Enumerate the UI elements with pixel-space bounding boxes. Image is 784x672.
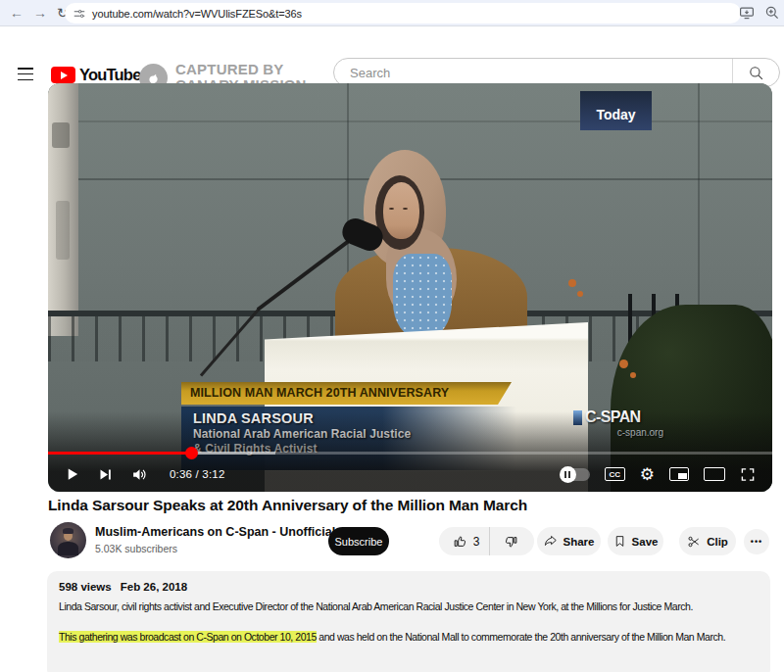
like-dislike-group: 3 (439, 527, 534, 555)
youtube-header: YouTube CAPTURED BY CANARY MISSION (0, 27, 784, 83)
video-player[interactable]: Today MILLION MAN MARCH 20TH ANNIVERSARY… (48, 83, 772, 492)
highlighted-text: This gathering was broadcast on C-Span o… (59, 631, 317, 643)
share-icon (544, 535, 558, 549)
wall-seam (48, 120, 772, 122)
upload-date: Feb 26, 2018 (121, 581, 187, 593)
site-settings-icon[interactable] (74, 8, 85, 20)
speaker-eye (403, 208, 408, 210)
progress-bar[interactable] (48, 452, 772, 456)
volume-icon[interactable] (131, 466, 148, 483)
forward-icon[interactable]: → (33, 6, 47, 20)
dislike-button[interactable] (489, 527, 531, 555)
youtube-logo[interactable]: YouTube (51, 66, 141, 84)
more-icon: ••• (751, 537, 762, 547)
back-icon[interactable]: ← (10, 6, 24, 20)
address-bar[interactable]: youtube.com/watch?v=WVUlisFZESo&t=36s (65, 3, 741, 24)
settings-gear-icon[interactable]: ⚙ (640, 466, 655, 483)
thumbs-up-icon (454, 535, 467, 549)
wall-seam (698, 83, 700, 311)
description-paragraph-1: Linda Sarsour, civil rights activist and… (59, 599, 760, 615)
time-display: 0:36 / 3:12 (170, 468, 225, 480)
youtube-play-icon (51, 67, 75, 83)
progress-played (48, 452, 192, 455)
menu-icon[interactable] (18, 68, 33, 84)
more-actions-button[interactable]: ••• (744, 529, 769, 554)
bookmark-icon (613, 535, 626, 548)
speaker-face (383, 182, 419, 239)
channel-name[interactable]: Muslim-Americans on C-Span - Unofficial (95, 525, 335, 539)
today-logo: Today (580, 91, 652, 130)
miniplayer-button[interactable] (669, 467, 689, 481)
speaker-scarf (393, 254, 452, 338)
autoplay-toggle[interactable] (561, 468, 590, 481)
next-button[interactable] (98, 467, 113, 482)
like-button[interactable]: 3 (442, 527, 490, 555)
flower (630, 372, 636, 378)
search-icon (748, 65, 764, 81)
view-count: 598 views (59, 581, 112, 593)
theater-mode-button[interactable] (704, 467, 725, 481)
video-title: Linda Sarsour Speaks at 20th Anniversary… (48, 497, 763, 514)
description-paragraph-2: This gathering was broadcast on C-Span o… (59, 629, 760, 646)
like-count: 3 (473, 535, 480, 549)
url-text[interactable]: youtube.com/watch?v=WVUlisFZESo&t=36s (92, 8, 302, 20)
fullscreen-button[interactable] (740, 467, 756, 482)
subscriber-count: 5.03K subscribers (95, 543, 177, 554)
stone-column (48, 83, 78, 336)
youtube-wordmark: YouTube (79, 66, 141, 84)
player-controls: 0:36 / 3:12 CC ⚙ (48, 458, 772, 490)
speaker-eye (389, 208, 394, 210)
save-button[interactable]: Save (608, 527, 663, 555)
flower (568, 279, 576, 287)
description-box[interactable]: 598 views Feb 26, 2018 Linda Sarsour, ci… (47, 571, 770, 672)
subscribe-button[interactable]: Subscribe (328, 527, 389, 555)
youtube-watch-page: ← → ↻ youtube.com/watch?v=WVUlisFZESo&t=… (0, 0, 784, 672)
captions-button[interactable]: CC (605, 467, 625, 481)
video-meta: 598 views Feb 26, 2018 (59, 581, 759, 593)
clip-button[interactable]: Clip (679, 527, 736, 555)
browser-toolbar: ← → ↻ youtube.com/watch?v=WVUlisFZESo&t=… (0, 0, 784, 26)
search-input[interactable] (334, 66, 732, 80)
channel-avatar[interactable] (50, 522, 86, 558)
scissors-icon (687, 535, 701, 549)
browser-actions (739, 5, 780, 21)
play-button[interactable] (65, 466, 79, 482)
description-rest: and was held on the National Mall to com… (317, 631, 725, 643)
chyron-headline: MILLION MAN MARCH 20TH ANNIVERSARY (181, 382, 512, 405)
zoom-icon[interactable] (764, 5, 780, 21)
flower (577, 291, 583, 297)
share-button[interactable]: Share (537, 527, 601, 555)
search-button[interactable] (732, 59, 779, 86)
thumbs-down-icon (504, 535, 517, 549)
send-to-device-icon[interactable] (739, 5, 755, 21)
flower (619, 360, 628, 368)
